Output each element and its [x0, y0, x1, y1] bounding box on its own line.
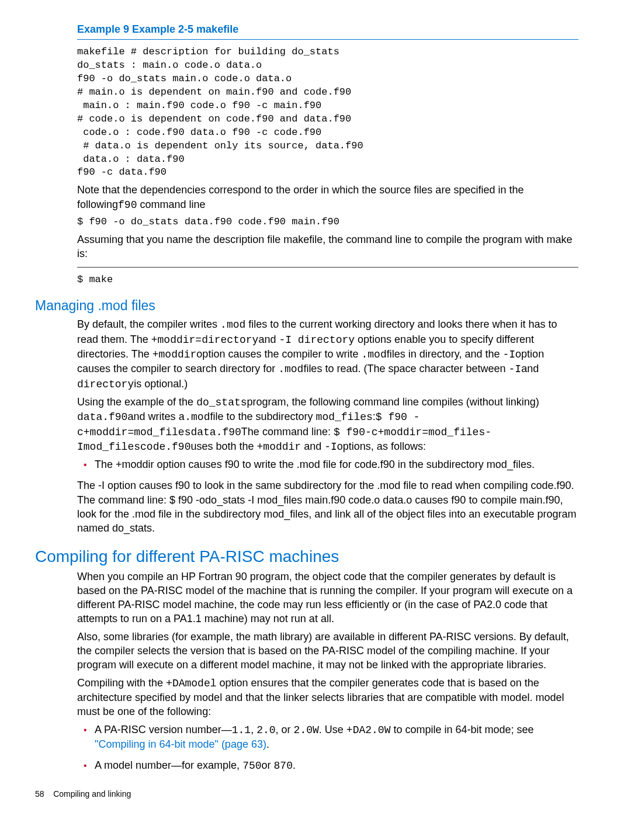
parisc-p3: Compiling with the +DAmodel option ensur… — [77, 676, 578, 719]
command-line-make: $ make — [77, 273, 578, 287]
note-dependencies: Note that the dependencies correspond to… — [77, 183, 578, 212]
text: A model number—for example, — [95, 759, 242, 771]
text: By default, the compiler writes — [77, 318, 220, 330]
text: and — [258, 334, 279, 345]
inline-code: do_stats — [196, 397, 247, 408]
text: Compiling with the — [77, 677, 166, 689]
text: program, the following command line comp… — [247, 396, 539, 408]
inline-code: 2.0W — [294, 724, 319, 736]
inline-code: -I directory — [279, 334, 355, 346]
inline-code: .mod — [362, 349, 387, 360]
inline-code: code.f90 — [140, 441, 190, 453]
inline-code: -I — [324, 441, 337, 453]
inline-code: 870 — [274, 760, 293, 772]
text: options, as follows: — [337, 440, 426, 452]
inline-code: data.f90 — [190, 426, 241, 438]
mod-para-1: By default, the compiler writes .mod fil… — [77, 317, 578, 391]
inline-code: +moddir — [152, 349, 197, 360]
parisc-p1: When you compile an HP Fortran 90 progra… — [77, 570, 578, 626]
text: uses both the — [190, 440, 256, 452]
inline-code: a.mod — [178, 411, 210, 423]
text: . — [293, 759, 296, 771]
mod-para-2: Using the example of the do_statsprogram… — [77, 395, 578, 454]
text: command line — [137, 199, 205, 210]
bullet-version-number: A PA-RISC version number—1.1, 2.0, or 2.… — [95, 723, 578, 752]
parisc-p2: Also, some libraries (for example, the m… — [77, 630, 578, 672]
example-code-block: makefile # description for building do_s… — [77, 46, 578, 179]
inline-code: .mod — [220, 319, 245, 331]
example-title: Example 9 Example 2-5 makefile — [77, 23, 578, 36]
inline-code: 1.1 — [232, 724, 251, 736]
text: file to the subdirectory — [210, 411, 316, 422]
example-rule-bottom — [77, 267, 578, 268]
text: to compile in 64-bit mode; see — [390, 724, 533, 735]
parisc-bullet-list: A PA-RISC version number—1.1, 2.0, or 2.… — [77, 723, 578, 773]
page-number: 58 — [35, 789, 44, 799]
inline-code: +DA2.0W — [346, 724, 391, 736]
inline-code: 2.0 — [256, 724, 275, 736]
mod-bullet-list: The +moddir option causes f90 to write t… — [77, 457, 578, 471]
inline-code: 750 — [242, 760, 261, 772]
text: and writes — [127, 411, 178, 422]
footer-label: Compiling and linking — [53, 789, 131, 799]
inline-code: -I — [509, 363, 522, 375]
inline-code: mod_files — [316, 411, 373, 423]
text: or — [262, 759, 274, 771]
link-64bit-mode[interactable]: "Compiling in 64-bit mode" (page 63) — [95, 738, 266, 750]
inline-code: +moddir — [257, 441, 301, 453]
inline-code: directory — [77, 379, 134, 390]
text: The command line: — [241, 426, 334, 438]
text: . — [266, 738, 269, 750]
text: , or — [276, 724, 294, 735]
text: , — [251, 724, 256, 735]
inline-code: data.f90 — [77, 411, 127, 423]
bullet-moddir: The +moddir option causes f90 to write t… — [95, 457, 578, 471]
command-line-1: $ f90 -o do_stats data.f90 code.f90 main… — [77, 216, 578, 229]
text: is optional.) — [134, 378, 188, 390]
text: and — [301, 440, 324, 452]
text: A PA-RISC version number— — [95, 724, 232, 735]
page-footer: 58 Compiling and linking — [35, 789, 578, 799]
text: files in directory, and the — [387, 348, 503, 360]
example-rule-top — [77, 39, 578, 40]
text: files to read. (The space character betw… — [303, 363, 508, 374]
section-managing-mod: Managing .mod files — [35, 298, 578, 314]
inline-code: -I — [502, 349, 515, 360]
inline-code: +moddir=directory — [151, 334, 259, 346]
inline-code: +DAmodel — [166, 678, 216, 689]
bullet-model-number: A model number—for example, 750or 870. — [95, 758, 578, 773]
text: Using the example of the — [77, 396, 196, 408]
make-note: Assuming that you name the description f… — [77, 232, 578, 261]
section-parisc: Compiling for different PA-RISC machines — [35, 547, 578, 566]
text: . Use — [319, 724, 346, 735]
text: option causes the compiler to write — [196, 348, 361, 360]
inline-code: .mod — [278, 363, 303, 375]
mod-para-3: The -I option causes f90 to look in the … — [77, 478, 578, 535]
inline-code: f90 — [118, 199, 137, 211]
text: and — [521, 363, 539, 374]
